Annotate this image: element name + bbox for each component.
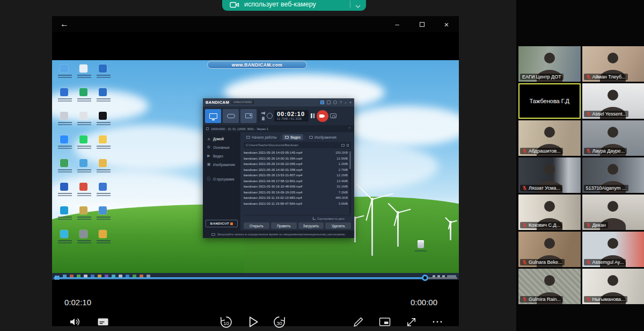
participant-tile[interactable]: Assel Yessent... xyxy=(582,83,644,119)
muted-mic-icon xyxy=(586,111,591,117)
participant-name-label: 513710Aiganym ... xyxy=(584,185,628,191)
forward-30-button[interactable]: 30 xyxy=(272,315,287,329)
participant-name: Ныгыманова... xyxy=(592,297,625,302)
recording-timer: 00:02:10 11.7MB / 61.3GB xyxy=(274,110,309,121)
participant-name: Лаура Дауре... xyxy=(592,148,625,154)
tab-images: Изображения xyxy=(306,134,339,140)
participant-tile[interactable]: Айман Тлеуб... xyxy=(582,46,644,82)
participant-name: Кохович С.Д... xyxy=(529,222,560,228)
refresh-icon xyxy=(347,144,349,147)
participant-tile[interactable]: Ныгыманова... xyxy=(582,269,644,304)
recording-file-row: bandicam 2021-03-11 15-58-47-564.mp4 3.6… xyxy=(244,201,348,207)
recycle-bin-icon xyxy=(414,240,428,256)
participant-name: 513710Aiganym ... xyxy=(586,185,626,191)
file-size: 3.6MB xyxy=(339,202,348,205)
participant-tile[interactable]: Кохович С.Д... xyxy=(518,195,581,230)
participants-grid: ЕАГИ Центр ДОТ Айман Тлеуб... xyxy=(518,46,644,304)
home-icon: ⌂ xyxy=(207,137,211,141)
participant-name: Assel Yessent... xyxy=(592,111,627,117)
file-name: bandicam 2021-05-26 14-00-01-358.mp4 xyxy=(244,168,339,171)
participant-tile[interactable]: 513710Aiganym ... xyxy=(582,157,644,193)
muted-mic-icon xyxy=(586,260,591,265)
pause-button xyxy=(311,113,314,118)
muted-mic-icon xyxy=(522,297,527,302)
muted-mic-icon xyxy=(522,260,527,265)
bandicam-window: BANDICAM UNREGISTERED ? – × xyxy=(203,98,354,238)
remaining-time: 0:00:00 xyxy=(411,298,437,307)
participant-tile[interactable]: ЕАГИ Центр ДОТ xyxy=(518,46,581,82)
participant-name-label: Gulnara Beke... xyxy=(520,259,565,265)
record-button xyxy=(317,110,328,122)
chevron-down-icon[interactable] xyxy=(355,5,361,9)
seek-progress xyxy=(54,277,425,279)
participant-name: Декан xyxy=(592,222,606,228)
seek-remaining xyxy=(425,277,457,279)
bandicam-sidebar: ⌂Домой ⚙Основные ▶Видео ▣Изображения ⓘО … xyxy=(203,132,240,231)
folder-icon xyxy=(285,136,289,139)
participant-tile[interactable]: Тажбенова Г.Д xyxy=(518,83,581,119)
muted-mic-icon xyxy=(586,297,591,302)
recording-file-row: bandicam 2021-03-11 15-02-13-983.mp4 485… xyxy=(244,195,348,201)
participant-tile[interactable]: Лаура Дауре... xyxy=(582,120,644,156)
maximize-icon xyxy=(420,22,425,27)
recording-file-row: bandicam 2021-03-30 16-09-19-205.mp4 7.2… xyxy=(244,190,348,196)
participant-tile[interactable]: Assemgul Ay... xyxy=(582,232,644,267)
edit-pencil-button[interactable] xyxy=(352,315,365,328)
scrollbar xyxy=(349,150,351,214)
fullscreen-button[interactable] xyxy=(405,315,418,329)
bandicam-titlebar: BANDICAM UNREGISTERED ? – × xyxy=(203,98,354,106)
subtitles-button[interactable] xyxy=(96,315,110,328)
delete-button: Удалить xyxy=(325,222,351,229)
mini-player-button[interactable] xyxy=(378,315,392,328)
participant-tile[interactable]: Абдрашитов... xyxy=(518,120,581,156)
gamepad-icon xyxy=(227,114,235,118)
open-button: Открыть xyxy=(244,222,269,229)
file-size: 485.0KB xyxy=(335,196,348,199)
capture-target-label: 1600x900 - (0, 0), (1600, 900) - Экран 1 xyxy=(211,127,268,131)
participant-tile[interactable]: Gulmira Rain... xyxy=(518,269,581,304)
recording-file-row: bandicam 2021-03-30 16-10-48-609.mp4 32.… xyxy=(244,184,348,190)
participant-tile[interactable]: Декан xyxy=(582,195,644,230)
participant-tile[interactable]: Ляззат Усма... xyxy=(518,157,581,193)
rewind-10-button[interactable]: 10 xyxy=(219,315,233,329)
game-recording-mode-button xyxy=(223,109,239,123)
gear-icon: ⚙ xyxy=(207,145,211,149)
monitor-icon xyxy=(209,113,217,119)
video-icon: ▶ xyxy=(207,154,211,158)
screen-recording-mode-button xyxy=(205,109,221,123)
file-size: 32.1MB xyxy=(336,185,348,188)
more-options-button[interactable] xyxy=(431,315,444,328)
recording-time: 00:02:10 xyxy=(277,111,306,117)
folder-icon xyxy=(327,100,331,104)
back-button[interactable]: ← xyxy=(60,19,69,29)
seek-bar[interactable] xyxy=(54,277,457,279)
participant-name-label: Assemgul Ay... xyxy=(584,259,626,265)
play-button[interactable] xyxy=(245,314,260,329)
cloud xyxy=(342,106,459,146)
bandicam-license-badge: UNREGISTERED xyxy=(231,100,254,104)
recording-file-row: bandicam 2021-05-26 14-00-31-394.mp4 12.… xyxy=(244,156,348,162)
minimize-button[interactable]: – xyxy=(385,16,409,32)
maximize-button[interactable] xyxy=(409,16,434,32)
bandicut-banner: BANDICUT xyxy=(206,220,238,227)
folder-icon xyxy=(309,136,313,139)
file-name: bandicam 2021-05-26 14-00-22-065.mp4 xyxy=(244,162,339,166)
participant-name-label: Декан xyxy=(584,222,608,228)
recording-file-row: bandicam 2021-05-26 14-00-01-358.mp4 2.7… xyxy=(244,167,348,173)
muted-mic-icon xyxy=(522,148,527,154)
close-button[interactable]: × xyxy=(434,16,459,32)
muted-mic-icon xyxy=(522,185,527,191)
seek-handle[interactable] xyxy=(422,275,428,281)
participant-name: Assemgul Ay... xyxy=(592,260,624,265)
webcam-icon xyxy=(230,1,239,9)
participant-name: Айман Тлеуб... xyxy=(592,74,626,80)
bandicam-toolbar: 00:02:10 11.7MB / 61.3GB xyxy=(203,106,354,125)
output-folder-path: C:\Users\Teacher\Documents\Bandicam xyxy=(244,142,351,148)
participant-name: ЕАГИ Центр ДОТ xyxy=(522,74,561,80)
svg-text:10: 10 xyxy=(223,320,229,326)
lock-icon xyxy=(320,100,324,104)
participant-tile[interactable]: Gulnara Beke... xyxy=(518,232,581,267)
help-icon: ? xyxy=(340,100,342,104)
volume-button[interactable] xyxy=(68,315,82,328)
player-titlebar: ← – × xyxy=(52,16,459,32)
